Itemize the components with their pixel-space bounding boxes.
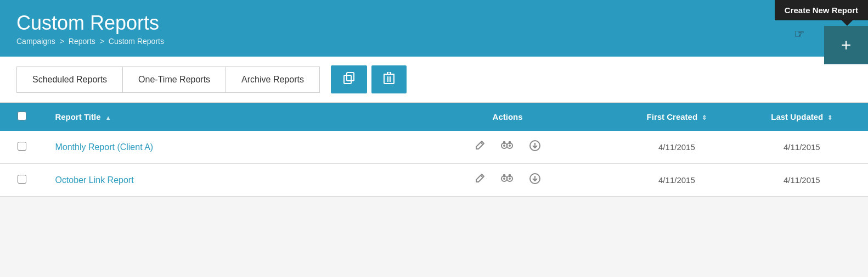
row2-title-cell: October Link Report bbox=[44, 164, 397, 197]
action-buttons bbox=[331, 65, 407, 93]
header-actions: Actions bbox=[397, 103, 618, 131]
svg-rect-0 bbox=[347, 73, 354, 81]
svg-rect-22 bbox=[503, 174, 505, 177]
page-header: Custom Reports Campaigns > Reports > Cus… bbox=[0, 0, 868, 57]
row2-title-link[interactable]: October Link Report bbox=[55, 175, 133, 185]
delete-button[interactable] bbox=[371, 65, 407, 93]
toolbar: Scheduled Reports One-Time Reports Archi… bbox=[0, 57, 868, 103]
svg-rect-1 bbox=[344, 75, 351, 84]
row2-download-icon[interactable] bbox=[529, 173, 541, 187]
row1-title-cell: Monthly Report (Client A) bbox=[44, 131, 397, 164]
plus-icon: + bbox=[841, 35, 852, 56]
row2-checkbox-cell bbox=[0, 164, 44, 197]
row1-download-icon[interactable] bbox=[529, 140, 541, 154]
svg-point-12 bbox=[509, 145, 511, 147]
header-report-title[interactable]: Report Title ▲ bbox=[44, 103, 397, 131]
copy-button[interactable] bbox=[331, 65, 367, 93]
svg-rect-4 bbox=[387, 72, 391, 74]
breadcrumb-reports[interactable]: Reports bbox=[69, 37, 95, 46]
create-tooltip: Create New Report bbox=[775, 0, 868, 20]
svg-rect-13 bbox=[503, 141, 505, 144]
reports-table-container: Report Title ▲ Actions First Created ⇕ L… bbox=[0, 103, 868, 197]
row1-checkbox-cell bbox=[0, 131, 44, 164]
sort-icon-last-updated: ⇕ bbox=[827, 114, 832, 121]
row1-view-icon[interactable] bbox=[500, 140, 514, 154]
header-first-created[interactable]: First Created ⇕ bbox=[618, 103, 736, 131]
tab-archive-reports[interactable]: Archive Reports bbox=[226, 67, 319, 92]
tab-onetime-reports[interactable]: One-Time Reports bbox=[123, 67, 226, 92]
svg-rect-23 bbox=[509, 174, 511, 177]
svg-point-21 bbox=[509, 178, 511, 180]
header-last-updated[interactable]: Last Updated ⇕ bbox=[736, 103, 868, 131]
breadcrumb-separator2: > bbox=[100, 37, 104, 46]
sort-icon-first-created: ⇕ bbox=[702, 114, 707, 121]
tooltip-arrow bbox=[842, 20, 853, 26]
row1-first-created: 4/11/2015 bbox=[618, 131, 736, 164]
create-new-report-button[interactable]: + bbox=[824, 26, 868, 64]
row1-checkbox[interactable] bbox=[18, 142, 26, 151]
row2-action-icons bbox=[405, 173, 610, 187]
svg-point-11 bbox=[503, 145, 505, 147]
row2-first-created: 4/11/2015 bbox=[618, 164, 736, 197]
create-button-container: Create New Report + ☞ bbox=[775, 0, 868, 64]
copy-icon bbox=[343, 74, 355, 86]
breadcrumb-campaigns[interactable]: Campaigns bbox=[16, 37, 55, 46]
row2-last-updated: 4/11/2015 bbox=[736, 164, 868, 197]
trash-icon bbox=[384, 74, 394, 86]
row2-edit-icon[interactable] bbox=[474, 173, 485, 187]
page-title: Custom Reports bbox=[16, 11, 852, 35]
row2-actions-cell bbox=[397, 164, 618, 197]
svg-rect-14 bbox=[509, 141, 511, 144]
row1-actions-cell bbox=[397, 131, 618, 164]
tab-group: Scheduled Reports One-Time Reports Archi… bbox=[16, 67, 320, 93]
header-checkbox-col bbox=[0, 103, 44, 131]
row1-title-link[interactable]: Monthly Report (Client A) bbox=[55, 142, 153, 152]
row1-action-icons bbox=[405, 140, 610, 154]
table-header-row: Report Title ▲ Actions First Created ⇕ L… bbox=[0, 103, 868, 131]
breadcrumb-separator1: > bbox=[60, 37, 64, 46]
row1-edit-icon[interactable] bbox=[474, 140, 485, 154]
breadcrumb: Campaigns > Reports > Custom Reports bbox=[16, 37, 852, 46]
table-row: Monthly Report (Client A) bbox=[0, 131, 868, 164]
reports-table: Report Title ▲ Actions First Created ⇕ L… bbox=[0, 103, 868, 197]
select-all-checkbox[interactable] bbox=[18, 112, 26, 120]
svg-point-20 bbox=[503, 178, 505, 180]
row2-view-icon[interactable] bbox=[500, 173, 514, 187]
sort-icon: ▲ bbox=[105, 114, 111, 121]
breadcrumb-current[interactable]: Custom Reports bbox=[109, 37, 164, 46]
row1-last-updated: 4/11/2015 bbox=[736, 131, 868, 164]
row2-checkbox[interactable] bbox=[18, 175, 26, 184]
tab-scheduled-reports[interactable]: Scheduled Reports bbox=[17, 67, 123, 92]
table-row: October Link Report bbox=[0, 164, 868, 197]
